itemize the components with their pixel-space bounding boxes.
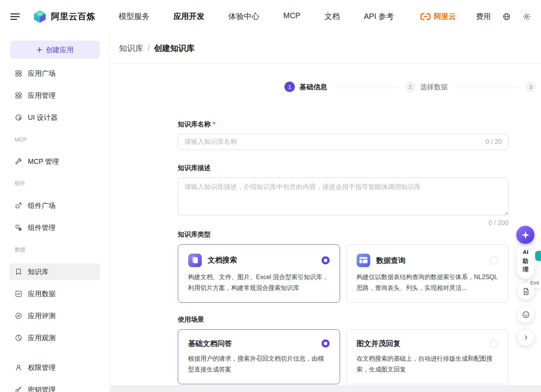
sidebar-item-app-data[interactable]: 应用数据 (9, 285, 100, 302)
edge-panel-teal-tab[interactable] (535, 251, 541, 261)
kb-name-field: 0 / 20 (178, 134, 509, 150)
doc-search-icon (188, 254, 202, 267)
kb-type-card-doc-search[interactable]: 文档搜索 构建文档、文件、图片、Excel 混合型索引知识库，利用切片方案，构建… (178, 244, 340, 303)
step-select-data: 2 选择数据 (405, 82, 448, 92)
horizontal-scrollbar[interactable] (110, 385, 541, 392)
top-nav: 模型服务 应用开发 体验中心 MCP 文档 API 参考 (119, 11, 394, 22)
kb-desc-textarea[interactable] (178, 177, 509, 215)
brand-name: 阿里云百炼 (51, 11, 95, 22)
sidebar-item-component-management[interactable]: 组件管理 (9, 219, 100, 236)
kb-desc-field (178, 177, 509, 217)
sidebar-item-app-management[interactable]: 应用管理 (9, 87, 100, 104)
radio-selected-icon[interactable] (322, 339, 330, 348)
breadcrumb-separator: / (148, 44, 150, 53)
card-title: 图文并茂回复 (357, 339, 401, 349)
scene-card-basic-qa[interactable]: 基础文档问答 根据用户的请求，搜索并召回文档切片信息，由模型直接生成答案 (178, 329, 340, 384)
card-title: 文档搜索 (208, 255, 237, 265)
step-connector (334, 87, 398, 87)
brand-logo[interactable]: 阿里云百炼 (32, 9, 95, 24)
ai-assistant-label: AI 助理 (521, 248, 530, 274)
sidebar-item-app-plaza[interactable]: 应用广场 (9, 65, 100, 82)
ai-assistant-pill[interactable]: AI 助理 (517, 243, 534, 279)
use-scene-label: 使用场景 (178, 315, 509, 324)
palette-icon (15, 114, 22, 121)
sidebar-item-key-management[interactable]: 密钥管理 (9, 381, 100, 392)
pie-chart-icon (15, 334, 22, 342)
nav-experience-center[interactable]: 体验中心 (228, 11, 259, 22)
kb-type-card-data-query[interactable]: 数据查询 构建仅以数据表结构查询的数据索引体系，NL2SQL 思路，查询表头、列… (346, 244, 509, 303)
feedback-fab-button[interactable] (517, 306, 534, 323)
main-content: 知识库 / 创建知识库 1 基础信息 2 选择数据 (110, 33, 541, 392)
breadcrumb-parent[interactable]: 知识库 (119, 43, 143, 54)
document-icon (522, 287, 530, 296)
menu-toggle-button[interactable] (9, 11, 21, 22)
card-description: 根据用户的请求，搜索并召回文档切片信息，由模型直接生成答案 (188, 353, 330, 375)
kb-name-input[interactable] (184, 138, 481, 146)
topbar: 阿里云百炼 模型服务 应用开发 体验中心 MCP 文档 API 参考 阿里云 (0, 0, 541, 33)
compass-icon (15, 312, 22, 320)
required-asterisk: * (213, 121, 216, 128)
kb-type-options: 文档搜索 构建文档、文件、图片、Excel 混合型索引知识库，利用切片方案，构建… (178, 244, 509, 303)
kb-name-counter: 0 / 20 (485, 138, 502, 146)
sidebar-item-knowledge-base[interactable]: 知识库 (9, 263, 100, 280)
step-number: 2 (405, 82, 415, 92)
language-globe-icon[interactable] (502, 12, 511, 21)
collapse-fab-button[interactable] (517, 329, 534, 346)
component-gear-icon (15, 224, 22, 232)
kb-desc-label: 知识库描述 (178, 164, 509, 172)
sidebar-item-component-plaza[interactable]: 组件广场 (9, 197, 100, 214)
kb-type-label: 知识库类型 (178, 230, 509, 239)
radio-unselected-icon[interactable] (490, 340, 498, 348)
use-scene-options: 基础文档问答 根据用户的请求，搜索并召回文档切片信息，由模型直接生成答案 图文并… (178, 329, 509, 384)
sidebar-item-app-evaluation[interactable]: 应用评测 (9, 307, 100, 324)
aliyun-label: 阿里云 (434, 12, 456, 22)
settings-gear-icon[interactable] (522, 12, 531, 21)
ai-assistant-avatar[interactable] (516, 226, 534, 244)
radio-unselected-icon[interactable] (490, 256, 498, 264)
aliyun-logo[interactable]: 阿里云 (420, 12, 456, 22)
sidebar-item-app-observation[interactable]: 应用观测 (9, 329, 100, 346)
stepper: 1 基础信息 2 选择数据 3 (284, 82, 541, 92)
sidebar-item-ui-designer[interactable]: UI 设计器 (9, 109, 100, 126)
key-icon (15, 386, 22, 392)
step-three: 3 (526, 82, 536, 92)
plus-icon (36, 47, 43, 53)
card-description: 在文档搜索的基础上，自动进行排版生成和配图搜索，生成图文回复 (357, 353, 498, 375)
billing-link[interactable]: 费用 (476, 12, 491, 22)
create-app-button[interactable]: 创建应用 (10, 41, 100, 59)
kb-desc-counter: 0 / 200 (178, 219, 509, 227)
nav-app-development[interactable]: 应用开发 (174, 11, 204, 22)
create-app-label: 创建应用 (46, 45, 74, 55)
card-description: 构建文档、文件、图片、Excel 混合型索引知识库，利用切片方案，构建常规混合搜… (188, 272, 330, 293)
topbar-right: 阿里云 费用 (420, 12, 531, 22)
card-title: 基础文档问答 (188, 339, 232, 349)
radio-selected-icon[interactable] (322, 256, 330, 264)
app-root: 阿里云百炼 模型服务 应用开发 体验中心 MCP 文档 API 参考 阿里云 (0, 0, 541, 392)
docs-fab-button[interactable] (517, 283, 534, 300)
page-title: 创建知识库 (154, 43, 195, 54)
card-description: 构建仅以数据表结构查询的数据索引体系，NL2SQL 思路，查询表头、列头，实现相… (357, 272, 498, 293)
card-title: 数据查询 (376, 256, 406, 266)
nav-mcp[interactable]: MCP (283, 11, 300, 22)
hamburger-icon (9, 11, 21, 22)
create-kb-form: 知识库名称 * 0 / 20 知识库描述 0 / 200 (178, 120, 509, 384)
grid-icon (15, 70, 22, 77)
data-query-icon (357, 254, 370, 267)
sidebar-item-mcp-management[interactable]: MCP 管理 (9, 153, 100, 170)
sidebar-section-mcp: MCP (9, 131, 100, 148)
step-basic-info: 1 基础信息 (284, 82, 327, 92)
step-connector (455, 87, 519, 87)
sidebar-section-components: 组件 (9, 175, 100, 192)
sidebar-section-data: 数据 (9, 241, 100, 258)
step-label: 基础信息 (299, 82, 327, 92)
sidebar-item-permission-management[interactable]: 权限管理 (9, 359, 100, 376)
nav-docs[interactable]: 文档 (324, 11, 340, 22)
nav-api-reference[interactable]: API 参考 (364, 11, 394, 22)
nav-model-service[interactable]: 模型服务 (119, 11, 150, 22)
scene-card-rich-reply[interactable]: 图文并茂回复 在文档搜索的基础上，自动进行排版生成和配图搜索，生成图文回复 (346, 329, 509, 384)
kb-name-label: 知识库名称 * (178, 120, 509, 129)
step-number: 1 (284, 82, 295, 92)
sparkle-icon (521, 230, 531, 240)
bailian-logo-icon (32, 9, 47, 24)
wrench-icon (15, 158, 22, 165)
